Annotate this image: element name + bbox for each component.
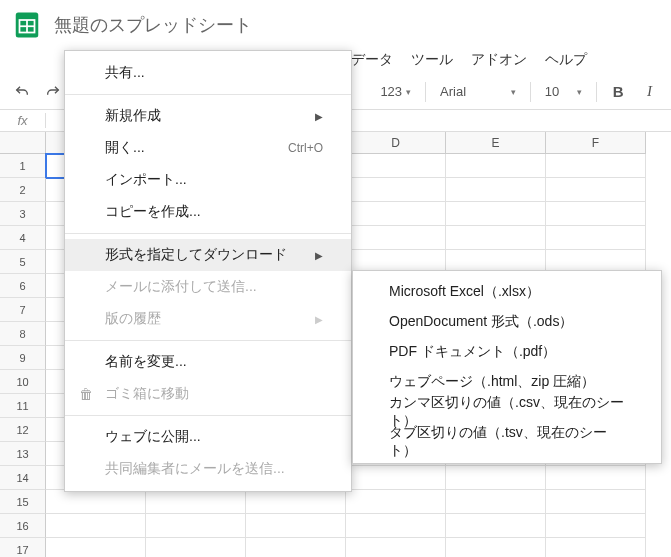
menu-item-rename[interactable]: 名前を変更... [65,346,351,378]
cell[interactable] [546,514,646,538]
submenu-arrow-icon: ▶ [315,314,323,325]
submenu-item-pdf[interactable]: PDF ドキュメント（.pdf） [353,337,661,367]
cell[interactable] [146,514,246,538]
font-size-select[interactable]: 10▾ [539,84,588,99]
menu-item-publish[interactable]: ウェブに公開... [65,421,351,453]
cell[interactable] [546,226,646,250]
cell[interactable] [346,154,446,178]
menu-tools[interactable]: ツール [402,46,462,74]
row-header[interactable]: 3 [0,202,46,226]
cell[interactable] [346,466,446,490]
bold-button[interactable]: B [605,78,632,106]
document-title[interactable]: 無題のスプレッドシート [54,13,252,37]
download-submenu: Microsoft Excel（.xlsx） OpenDocument 形式（.… [352,270,662,464]
cell[interactable] [546,466,646,490]
row-header[interactable]: 12 [0,418,46,442]
col-header-d[interactable]: D [346,132,446,154]
row-header[interactable]: 13 [0,442,46,466]
cell[interactable] [146,538,246,557]
cell[interactable] [246,514,346,538]
email-attach-label: メールに添付して送信... [105,278,257,296]
col-header-f[interactable]: F [546,132,646,154]
chevron-down-icon: ▾ [511,87,516,97]
select-all-corner[interactable] [0,132,46,154]
submenu-item-xlsx[interactable]: Microsoft Excel（.xlsx） [353,277,661,307]
cell[interactable] [346,490,446,514]
cell[interactable] [246,538,346,557]
menu-addons[interactable]: アドオン [462,46,536,74]
cell[interactable] [546,490,646,514]
cell[interactable] [346,178,446,202]
menu-item-copy[interactable]: コピーを作成... [65,196,351,228]
menu-separator [65,94,351,95]
cell[interactable] [446,538,546,557]
menu-help[interactable]: ヘルプ [536,46,596,74]
menu-item-new[interactable]: 新規作成▶ [65,100,351,132]
menu-item-email-attach: メールに添付して送信... [65,271,351,303]
submenu-item-html[interactable]: ウェブページ（.html、zip 圧縮） [353,367,661,397]
row-header[interactable]: 14 [0,466,46,490]
font-label: Arial [440,84,466,99]
cell[interactable] [446,490,546,514]
menu-item-download[interactable]: 形式を指定してダウンロード▶ [65,239,351,271]
row-header[interactable]: 1 [0,154,46,178]
menu-item-share[interactable]: 共有... [65,57,351,89]
menu-item-import[interactable]: インポート... [65,164,351,196]
undo-button[interactable] [8,78,35,106]
submenu-item-tsv[interactable]: タブ区切りの値（.tsv、現在のシート） [353,427,661,457]
cell[interactable] [446,202,546,226]
row-header[interactable]: 2 [0,178,46,202]
cell[interactable] [546,154,646,178]
row-header[interactable]: 7 [0,298,46,322]
cell[interactable] [46,514,146,538]
col-header-e[interactable]: E [446,132,546,154]
row-header[interactable]: 5 [0,250,46,274]
cell[interactable] [46,538,146,557]
history-label: 版の履歴 [105,310,161,328]
cell[interactable] [546,178,646,202]
row-header[interactable]: 4 [0,226,46,250]
cell[interactable] [446,178,546,202]
row-header[interactable]: 8 [0,322,46,346]
cell[interactable] [346,538,446,557]
email-collab-label: 共同編集者にメールを送信... [105,460,285,478]
sheets-logo[interactable] [8,6,46,44]
publish-label: ウェブに公開... [105,428,201,446]
row-header[interactable]: 6 [0,274,46,298]
menu-item-open[interactable]: 開く...Ctrl+O [65,132,351,164]
submenu-item-csv[interactable]: カンマ区切りの値（.csv、現在のシート） [353,397,661,427]
cell[interactable] [546,202,646,226]
redo-button[interactable] [39,78,66,106]
number-format-select[interactable]: 123▾ [374,84,417,99]
number-format-label: 123 [380,84,402,99]
cell[interactable] [246,490,346,514]
cell[interactable] [546,538,646,557]
cell[interactable] [446,154,546,178]
cell[interactable] [446,226,546,250]
cell[interactable] [46,490,146,514]
copy-label: コピーを作成... [105,203,201,221]
html-label: ウェブページ（.html、zip 圧縮） [389,373,595,391]
pdf-label: PDF ドキュメント（.pdf） [389,343,556,361]
cell[interactable] [146,490,246,514]
new-label: 新規作成 [105,107,161,125]
fx-icon: fx [0,113,46,128]
cell[interactable] [346,226,446,250]
row-header[interactable]: 16 [0,514,46,538]
chevron-down-icon: ▾ [406,87,411,97]
row-header[interactable]: 10 [0,370,46,394]
row-header[interactable]: 17 [0,538,46,557]
font-select[interactable]: Arial▾ [434,84,522,99]
submenu-item-ods[interactable]: OpenDocument 形式（.ods） [353,307,661,337]
row-header[interactable]: 9 [0,346,46,370]
row-header[interactable]: 11 [0,394,46,418]
xlsx-label: Microsoft Excel（.xlsx） [389,283,540,301]
cell[interactable] [446,466,546,490]
cell[interactable] [346,202,446,226]
row-header[interactable]: 15 [0,490,46,514]
menu-separator [65,233,351,234]
cell[interactable] [346,514,446,538]
italic-button[interactable]: I [636,78,663,106]
submenu-arrow-icon: ▶ [315,250,323,261]
cell[interactable] [446,514,546,538]
